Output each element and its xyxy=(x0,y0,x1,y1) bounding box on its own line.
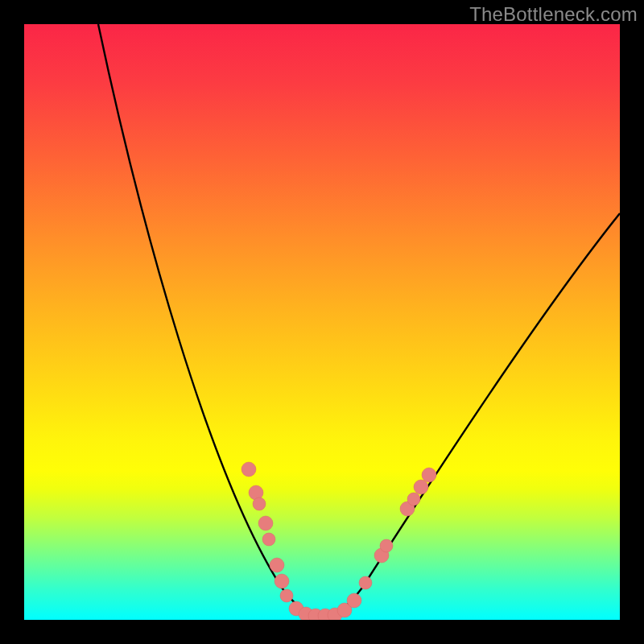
data-dot xyxy=(280,589,293,602)
watermark-text: TheBottleneck.com xyxy=(469,3,638,26)
data-dot xyxy=(347,593,361,608)
chart-frame: TheBottleneck.com xyxy=(0,0,644,644)
data-dot xyxy=(242,462,256,477)
data-dot xyxy=(262,533,275,546)
data-dot xyxy=(407,493,420,506)
bottleneck-curve xyxy=(98,24,620,616)
data-dot xyxy=(380,539,393,552)
data-dot xyxy=(422,468,436,482)
data-dot xyxy=(258,516,273,530)
data-dot xyxy=(275,574,289,588)
data-dot xyxy=(253,497,266,510)
data-dots xyxy=(242,462,436,620)
chart-svg xyxy=(24,24,620,620)
data-dot xyxy=(270,558,284,572)
data-dot xyxy=(414,480,428,494)
data-dot xyxy=(359,576,372,589)
chart-plot-area xyxy=(24,24,620,620)
